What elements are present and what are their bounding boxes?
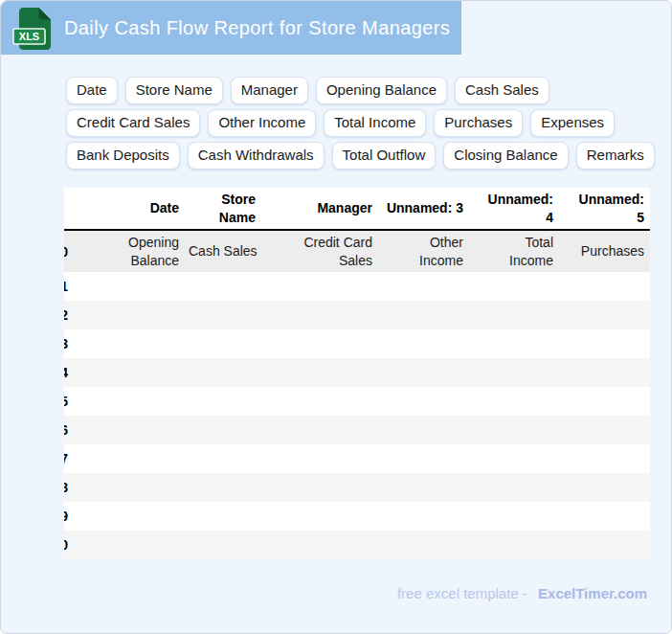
table-row: 9 — [64, 502, 650, 531]
table-cell — [473, 502, 563, 531]
column-chip-cash-withdrawals[interactable]: Cash Withdrawals — [188, 142, 325, 170]
table-cell — [473, 444, 563, 473]
table-header-cell: Date — [78, 188, 189, 230]
table-cell: OtherIncome — [382, 230, 473, 272]
table-cell — [382, 301, 473, 329]
table-header-cell: Manager — [265, 188, 382, 230]
table-cell — [473, 272, 563, 301]
column-chip-list: DateStore NameManagerOpening BalanceCash… — [66, 77, 658, 170]
table-row: 4 — [64, 358, 650, 387]
table-cell — [265, 444, 382, 473]
cell-text: Credit Card — [303, 235, 372, 250]
table-cell — [382, 387, 473, 416]
cell-text: Manager — [317, 200, 372, 215]
xls-file-icon: XLS — [16, 7, 55, 51]
column-chip-store-name[interactable]: Store Name — [125, 77, 223, 104]
table-cell — [78, 531, 189, 559]
table-cell — [382, 444, 473, 473]
table-cell — [78, 272, 189, 301]
cell-text: Cash Sales — [189, 243, 258, 259]
table-cell — [78, 473, 189, 502]
table-cell: TotalIncome — [473, 230, 563, 272]
row-index: 5 — [64, 387, 78, 416]
table-cell — [189, 473, 265, 502]
table-cell — [382, 531, 473, 559]
cell-text: Unnamed: — [579, 192, 644, 207]
page-title: Daily Cash Flow Report for Store Manager… — [64, 17, 450, 39]
column-chip-expenses[interactable]: Expenses — [530, 109, 615, 137]
table-cell — [189, 301, 265, 329]
cell-text: Sales — [339, 253, 372, 268]
cell-text: Income — [509, 253, 553, 268]
table-cell — [382, 329, 473, 358]
table-cell — [563, 416, 650, 444]
table-cell — [265, 272, 382, 301]
table-cell: Cash Sales — [189, 230, 265, 272]
table-cell — [563, 502, 650, 531]
table-cell — [473, 329, 563, 358]
table-cell — [78, 416, 189, 444]
table-cell — [563, 301, 650, 329]
table-cell — [265, 473, 382, 502]
column-chip-total-income[interactable]: Total Income — [324, 109, 426, 137]
table-cell — [189, 329, 265, 358]
table-cell — [563, 272, 650, 301]
table-cell — [473, 416, 563, 444]
cell-text: Other — [430, 235, 463, 250]
table-cell — [382, 502, 473, 531]
page: XLS Daily Cash Flow Report for Store Man… — [0, 0, 672, 634]
cell-text: 4 — [546, 210, 553, 225]
table-row: 1 — [64, 272, 650, 301]
table-cell — [473, 301, 563, 329]
row-index: 6 — [64, 416, 78, 444]
index-header-cell — [64, 188, 78, 230]
table-cell: OpeningBalance — [78, 230, 189, 272]
cell-text: Income — [419, 253, 463, 268]
table-row: 8 — [64, 473, 650, 502]
table-cell: Credit CardSales — [265, 230, 382, 272]
table-cell — [473, 358, 563, 387]
cell-text: Unnamed: — [488, 192, 553, 207]
table-cell — [78, 329, 189, 358]
column-chip-manager[interactable]: Manager — [231, 77, 308, 104]
footer-text: free excel template - — [397, 585, 527, 601]
row-index: 4 — [64, 358, 78, 387]
table-preview-container: DateStoreNameManagerUnnamed: 3Unnamed:4U… — [64, 188, 650, 563]
row-index: 0 — [64, 230, 78, 272]
column-chip-closing-balance[interactable]: Closing Balance — [443, 142, 568, 170]
column-chip-purchases[interactable]: Purchases — [434, 109, 523, 137]
cell-text: Purchases — [581, 243, 644, 259]
row-index: 1 — [64, 272, 78, 301]
column-chip-total-outflow[interactable]: Total Outflow — [332, 142, 437, 170]
table-row: 3 — [64, 329, 650, 358]
file-fold — [39, 8, 52, 20]
cell-text: Unnamed: 3 — [387, 200, 463, 215]
table-cell — [189, 502, 265, 531]
column-chip-cash-sales[interactable]: Cash Sales — [455, 77, 549, 104]
table-cell — [382, 416, 473, 444]
column-chip-other-income[interactable]: Other Income — [208, 109, 316, 137]
table-header-cell: Unnamed:5 — [563, 188, 650, 230]
row-index: 9 — [64, 502, 78, 531]
table-row: 7 — [64, 444, 650, 473]
table-header-cell: StoreName — [189, 188, 265, 230]
row-index: 7 — [64, 444, 78, 473]
table-cell — [265, 416, 382, 444]
table-cell — [265, 358, 382, 387]
column-chip-remarks[interactable]: Remarks — [576, 142, 655, 170]
column-chip-opening-balance[interactable]: Opening Balance — [316, 77, 447, 104]
cell-text: Date — [150, 200, 179, 215]
table-cell — [78, 358, 189, 387]
column-chip-date[interactable]: Date — [66, 77, 118, 104]
column-chip-credit-card-sales[interactable]: Credit Card Sales — [66, 109, 200, 137]
table-cell — [382, 358, 473, 387]
table-row: 10 — [64, 531, 650, 559]
table-cell — [189, 416, 265, 444]
footer-brand-link[interactable]: ExcelTimer.com — [538, 585, 647, 601]
row-index: 10 — [64, 531, 78, 559]
table-cell — [473, 473, 563, 502]
row-index: 8 — [64, 473, 78, 502]
column-chip-bank-deposits[interactable]: Bank Deposits — [66, 142, 180, 170]
row-index: 2 — [64, 301, 78, 329]
title-banner: XLS Daily Cash Flow Report for Store Man… — [1, 1, 461, 55]
